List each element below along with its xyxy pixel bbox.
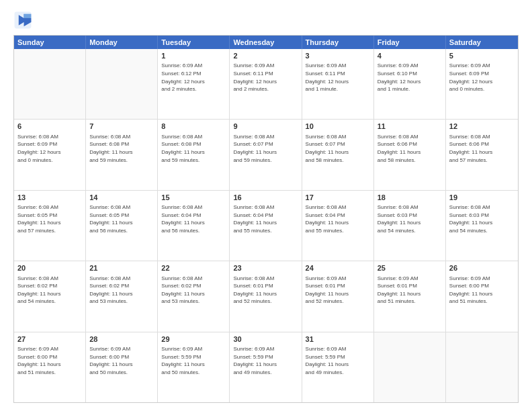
day-number: 5 xyxy=(449,51,515,61)
calendar-cell: 26Sunrise: 6:09 AM Sunset: 6:00 PM Dayli… xyxy=(446,261,518,331)
calendar-cell: 15Sunrise: 6:08 AM Sunset: 6:04 PM Dayli… xyxy=(158,191,230,261)
day-number: 29 xyxy=(161,334,226,345)
calendar: SundayMondayTuesdayWednesdayThursdayFrid… xyxy=(13,35,519,403)
day-info: Sunrise: 6:09 AM Sunset: 6:00 PM Dayligh… xyxy=(449,275,515,306)
day-number: 26 xyxy=(449,263,515,273)
day-number: 16 xyxy=(233,193,298,203)
calendar-cell: 13Sunrise: 6:08 AM Sunset: 6:05 PM Dayli… xyxy=(14,191,86,261)
day-info: Sunrise: 6:08 AM Sunset: 6:08 PM Dayligh… xyxy=(161,133,226,164)
day-number: 13 xyxy=(17,193,82,203)
calendar-cell: 25Sunrise: 6:09 AM Sunset: 6:01 PM Dayli… xyxy=(374,261,446,331)
calendar-cell: 6Sunrise: 6:08 AM Sunset: 6:09 PM Daylig… xyxy=(14,120,86,189)
calendar-cell: 29Sunrise: 6:09 AM Sunset: 5:59 PM Dayli… xyxy=(158,332,230,402)
day-info: Sunrise: 6:08 AM Sunset: 6:02 PM Dayligh… xyxy=(161,275,226,306)
day-number: 28 xyxy=(89,334,154,345)
svg-marker-2 xyxy=(24,14,32,18)
calendar-week-5: 27Sunrise: 6:09 AM Sunset: 6:00 PM Dayli… xyxy=(14,332,518,402)
day-number: 9 xyxy=(233,122,298,132)
day-info: Sunrise: 6:08 AM Sunset: 6:07 PM Dayligh… xyxy=(306,133,370,164)
header-day-thursday: Thursday xyxy=(302,36,374,49)
day-info: Sunrise: 6:09 AM Sunset: 6:01 PM Dayligh… xyxy=(378,275,442,306)
header-day-sunday: Sunday xyxy=(14,36,86,49)
calendar-cell xyxy=(374,332,446,402)
day-number: 1 xyxy=(161,51,226,61)
day-number: 11 xyxy=(378,122,442,132)
calendar-cell: 7Sunrise: 6:08 AM Sunset: 6:08 PM Daylig… xyxy=(86,120,158,189)
day-number: 27 xyxy=(17,334,82,345)
logo-icon xyxy=(13,11,32,30)
day-info: Sunrise: 6:08 AM Sunset: 6:04 PM Dayligh… xyxy=(233,203,298,234)
calendar-cell: 11Sunrise: 6:08 AM Sunset: 6:06 PM Dayli… xyxy=(374,120,446,189)
day-number: 25 xyxy=(378,263,442,273)
calendar-cell: 20Sunrise: 6:08 AM Sunset: 6:02 PM Dayli… xyxy=(14,261,86,331)
calendar-cell: 17Sunrise: 6:08 AM Sunset: 6:04 PM Dayli… xyxy=(302,191,374,261)
calendar-body: 1Sunrise: 6:09 AM Sunset: 6:12 PM Daylig… xyxy=(14,49,518,402)
calendar-cell xyxy=(446,332,518,402)
day-number: 2 xyxy=(233,51,298,61)
day-number: 19 xyxy=(449,193,515,203)
logo xyxy=(13,11,35,30)
day-number: 24 xyxy=(306,263,370,273)
calendar-cell xyxy=(86,49,158,119)
day-info: Sunrise: 6:09 AM Sunset: 6:11 PM Dayligh… xyxy=(306,62,370,93)
day-number: 4 xyxy=(378,51,442,61)
header xyxy=(13,11,519,30)
calendar-cell: 22Sunrise: 6:08 AM Sunset: 6:02 PM Dayli… xyxy=(158,261,230,331)
day-info: Sunrise: 6:09 AM Sunset: 6:00 PM Dayligh… xyxy=(89,345,154,376)
header-day-tuesday: Tuesday xyxy=(158,36,230,49)
day-info: Sunrise: 6:08 AM Sunset: 6:09 PM Dayligh… xyxy=(17,133,82,164)
day-number: 14 xyxy=(89,193,154,203)
day-number: 17 xyxy=(306,193,370,203)
calendar-header: SundayMondayTuesdayWednesdayThursdayFrid… xyxy=(14,36,518,49)
calendar-cell: 9Sunrise: 6:08 AM Sunset: 6:07 PM Daylig… xyxy=(230,120,302,189)
calendar-cell: 3Sunrise: 6:09 AM Sunset: 6:11 PM Daylig… xyxy=(302,49,374,119)
day-number: 23 xyxy=(233,263,298,273)
calendar-cell: 28Sunrise: 6:09 AM Sunset: 6:00 PM Dayli… xyxy=(86,332,158,402)
calendar-cell: 30Sunrise: 6:09 AM Sunset: 5:59 PM Dayli… xyxy=(230,332,302,402)
calendar-week-4: 20Sunrise: 6:08 AM Sunset: 6:02 PM Dayli… xyxy=(14,261,518,332)
calendar-cell: 31Sunrise: 6:09 AM Sunset: 5:59 PM Dayli… xyxy=(302,332,374,402)
day-info: Sunrise: 6:09 AM Sunset: 5:59 PM Dayligh… xyxy=(233,345,298,376)
calendar-week-3: 13Sunrise: 6:08 AM Sunset: 6:05 PM Dayli… xyxy=(14,191,518,261)
day-number: 7 xyxy=(89,122,154,132)
day-number: 3 xyxy=(306,51,370,61)
calendar-cell: 14Sunrise: 6:08 AM Sunset: 6:05 PM Dayli… xyxy=(86,191,158,261)
day-number: 18 xyxy=(378,193,442,203)
day-number: 10 xyxy=(306,122,370,132)
calendar-week-1: 1Sunrise: 6:09 AM Sunset: 6:12 PM Daylig… xyxy=(14,49,518,120)
calendar-cell: 10Sunrise: 6:08 AM Sunset: 6:07 PM Dayli… xyxy=(302,120,374,189)
calendar-cell: 8Sunrise: 6:08 AM Sunset: 6:08 PM Daylig… xyxy=(158,120,230,189)
day-info: Sunrise: 6:09 AM Sunset: 5:59 PM Dayligh… xyxy=(306,345,370,376)
day-info: Sunrise: 6:08 AM Sunset: 6:05 PM Dayligh… xyxy=(89,203,154,234)
calendar-cell: 4Sunrise: 6:09 AM Sunset: 6:10 PM Daylig… xyxy=(374,49,446,119)
day-info: Sunrise: 6:08 AM Sunset: 6:08 PM Dayligh… xyxy=(89,133,154,164)
day-info: Sunrise: 6:08 AM Sunset: 6:03 PM Dayligh… xyxy=(378,203,442,234)
day-info: Sunrise: 6:09 AM Sunset: 6:01 PM Dayligh… xyxy=(306,275,370,306)
day-number: 6 xyxy=(17,122,82,132)
day-number: 22 xyxy=(161,263,226,273)
calendar-cell: 21Sunrise: 6:08 AM Sunset: 6:02 PM Dayli… xyxy=(86,261,158,331)
calendar-cell: 24Sunrise: 6:09 AM Sunset: 6:01 PM Dayli… xyxy=(302,261,374,331)
calendar-cell: 19Sunrise: 6:08 AM Sunset: 6:03 PM Dayli… xyxy=(446,191,518,261)
calendar-cell: 1Sunrise: 6:09 AM Sunset: 6:12 PM Daylig… xyxy=(158,49,230,119)
day-info: Sunrise: 6:08 AM Sunset: 6:03 PM Dayligh… xyxy=(449,203,515,234)
calendar-cell: 5Sunrise: 6:09 AM Sunset: 6:09 PM Daylig… xyxy=(446,49,518,119)
day-info: Sunrise: 6:08 AM Sunset: 6:05 PM Dayligh… xyxy=(17,203,82,234)
day-number: 15 xyxy=(161,193,226,203)
day-info: Sunrise: 6:09 AM Sunset: 6:10 PM Dayligh… xyxy=(378,62,442,93)
calendar-week-2: 6Sunrise: 6:08 AM Sunset: 6:09 PM Daylig… xyxy=(14,120,518,190)
day-info: Sunrise: 6:08 AM Sunset: 6:06 PM Dayligh… xyxy=(449,133,515,164)
day-info: Sunrise: 6:08 AM Sunset: 6:04 PM Dayligh… xyxy=(161,203,226,234)
day-info: Sunrise: 6:08 AM Sunset: 6:01 PM Dayligh… xyxy=(233,275,298,306)
day-info: Sunrise: 6:08 AM Sunset: 6:06 PM Dayligh… xyxy=(378,133,442,164)
calendar-cell: 18Sunrise: 6:08 AM Sunset: 6:03 PM Dayli… xyxy=(374,191,446,261)
calendar-cell: 27Sunrise: 6:09 AM Sunset: 6:00 PM Dayli… xyxy=(14,332,86,402)
calendar-cell: 16Sunrise: 6:08 AM Sunset: 6:04 PM Dayli… xyxy=(230,191,302,261)
day-number: 8 xyxy=(161,122,226,132)
day-number: 12 xyxy=(449,122,515,132)
header-day-monday: Monday xyxy=(86,36,158,49)
day-number: 30 xyxy=(233,334,298,345)
day-info: Sunrise: 6:08 AM Sunset: 6:02 PM Dayligh… xyxy=(17,275,82,306)
header-day-wednesday: Wednesday xyxy=(230,36,302,49)
calendar-cell xyxy=(14,49,86,119)
